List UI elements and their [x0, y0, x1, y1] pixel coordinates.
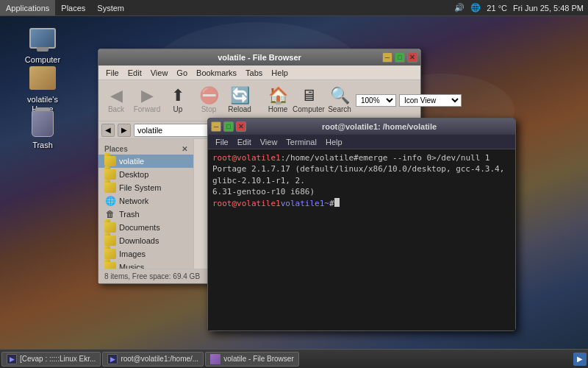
window-controls: ─ □ ✕: [382, 52, 417, 63]
taskbar-task-label-terminal: root@volatile1:/home/...: [121, 355, 198, 363]
location-forward-button[interactable]: ▶: [118, 124, 131, 137]
up-label: Up: [173, 105, 183, 113]
sidebar-item-downloads[interactable]: Downloads: [98, 234, 193, 247]
computer-button[interactable]: 🖥 Computer: [294, 86, 323, 115]
stop-icon: ⛔: [199, 88, 219, 104]
reload-label: Reload: [228, 105, 251, 113]
desktop-icon-home[interactable]: volatile's Home: [16, 63, 69, 114]
terminal-title: root@volatile1: /home/volatile: [322, 122, 437, 131]
taskbar-end-area: ▶: [572, 353, 587, 366]
network-icon[interactable]: 🌐: [470, 3, 481, 13]
sidebar-item-desktop[interactable]: Desktop: [98, 168, 193, 181]
taskbar-task-terminal[interactable]: ▶ root@volatile1:/home/...: [102, 352, 204, 367]
zoom-select[interactable]: 100%: [356, 94, 396, 107]
home-label: Home: [268, 105, 288, 113]
reload-button[interactable]: 🔄 Reload: [225, 86, 254, 115]
places-section-label: Places ✕: [98, 142, 193, 155]
up-button[interactable]: ⬆ Up: [163, 86, 193, 115]
file-browser-titlebar[interactable]: volatile - File Browser ─ □ ✕: [98, 49, 420, 66]
terminal-window: ─ □ ✕ root@volatile1: /home/volatile Fil…: [207, 118, 516, 331]
location-back-button[interactable]: ◀: [101, 124, 115, 137]
network-icon: 🌐: [104, 196, 116, 206]
temperature-display: 21 °C: [487, 4, 507, 13]
sidebar-item-label-volatile: volatile: [119, 157, 144, 166]
minimize-button[interactable]: ─: [382, 52, 392, 63]
filesystem-folder-icon: [104, 183, 116, 193]
terminal-titlebar[interactable]: ─ □ ✕ root@volatile1: /home/volatile: [208, 118, 515, 135]
back-label: Back: [108, 105, 124, 113]
sidebar-item-images[interactable]: Images: [98, 247, 193, 261]
trash-icon: [28, 109, 57, 138]
view-menu[interactable]: View: [146, 66, 173, 79]
terminal-maximize-button[interactable]: □: [223, 121, 234, 132]
search-button[interactable]: 🔍 Search: [325, 86, 354, 115]
toolbar-right: 100% Icon View: [356, 94, 462, 107]
volatile-folder-icon: [104, 156, 116, 166]
terminal-edit-menu[interactable]: Edit: [233, 135, 256, 149]
trash-icon-label: Trash: [16, 141, 69, 150]
sidebar-item-label-desktop: Desktop: [119, 170, 148, 179]
computer-icon: [28, 24, 57, 53]
sidebar-item-musics[interactable]: Musics: [98, 261, 193, 269]
terminal-close-button[interactable]: ✕: [236, 121, 246, 132]
tabs-menu[interactable]: Tabs: [241, 66, 267, 79]
taskbar-task-cevap[interactable]: ▶ [Cevap : :::::Linux Ekr...: [1, 352, 101, 367]
sidebar-item-network[interactable]: 🌐 Network: [98, 194, 193, 208]
sidebar: Places ✕ volatile Desktop File System 🌐 …: [98, 139, 194, 269]
back-button[interactable]: ◀ Back: [101, 86, 131, 115]
speaker-icon[interactable]: 🔊: [454, 3, 465, 13]
help-menu[interactable]: Help: [267, 66, 293, 79]
terminal-prompt-1: root@volatile1: [212, 152, 281, 163]
terminal-prompt-2: root@volatile1: [212, 198, 281, 209]
terminal-minimize-button[interactable]: ─: [211, 121, 221, 132]
documents-folder-icon: [104, 222, 116, 233]
terminal-content[interactable]: root@volatile1 :/home/volatile# emerge -…: [208, 149, 515, 330]
forward-button[interactable]: ▶ Forward: [132, 86, 162, 115]
sidebar-item-label-network: Network: [119, 197, 148, 205]
terminal-line-1: root@volatile1 :/home/volatile# emerge -…: [212, 152, 511, 163]
home-button[interactable]: 🏠 Home: [263, 86, 293, 115]
computer-toolbar-icon: 🖥: [301, 88, 317, 104]
terminal-file-menu[interactable]: File: [211, 135, 233, 149]
file-browser-menubar: File Edit View Go Bookmarks Tabs Help: [98, 66, 420, 80]
view-mode-select[interactable]: Icon View: [399, 94, 462, 107]
reload-icon: 🔄: [230, 88, 250, 104]
file-menu[interactable]: File: [101, 66, 123, 79]
desktop-icon-computer[interactable]: Computer: [16, 24, 69, 65]
sidebar-item-label-downloads: Downloads: [119, 236, 159, 245]
sidebar-item-trash[interactable]: 🗑 Trash: [98, 208, 193, 221]
stop-button[interactable]: ⛔ Stop: [194, 86, 223, 115]
forward-icon: ▶: [141, 88, 154, 104]
terminal-line-2: Portage 2.1.7.17 (default/linux/x86/10.0…: [212, 163, 511, 186]
taskbar-bottom: ▶ [Cevap : :::::Linux Ekr... ▶ root@vola…: [0, 349, 588, 368]
terminal-terminal-menu[interactable]: Terminal: [282, 135, 321, 149]
location-text: volatile: [137, 126, 162, 135]
go-menu[interactable]: Go: [172, 66, 192, 79]
taskbar-task-filebrowser[interactable]: volatile - File Browser: [205, 352, 299, 367]
edit-menu[interactable]: Edit: [123, 66, 146, 79]
home-icon: 🏠: [268, 88, 288, 104]
desktop-icon-trash[interactable]: Trash: [16, 109, 69, 150]
sidebar-item-label-images: Images: [119, 250, 146, 258]
sidebar-item-volatile[interactable]: volatile: [98, 155, 193, 168]
downloads-folder-icon: [104, 236, 116, 246]
sidebar-item-label-musics: Musics: [119, 263, 144, 269]
terminal-task-icon-2: ▶: [107, 354, 118, 364]
close-sidebar-icon[interactable]: ✕: [182, 145, 187, 153]
taskbar-end-icon[interactable]: ▶: [573, 353, 587, 366]
bookmarks-menu[interactable]: Bookmarks: [192, 66, 241, 79]
datetime-display: Fri Jun 25, 5:48 PM: [513, 4, 584, 13]
search-icon: 🔍: [330, 88, 350, 104]
sidebar-item-documents[interactable]: Documents: [98, 221, 193, 234]
close-button[interactable]: ✕: [407, 52, 417, 63]
places-menu[interactable]: Places: [55, 0, 91, 15]
sidebar-item-label-filesystem: File System: [119, 183, 161, 192]
terminal-view-menu[interactable]: View: [256, 135, 282, 149]
system-menu[interactable]: System: [91, 0, 130, 15]
terminal-cursor: [334, 198, 340, 207]
terminal-help-menu[interactable]: Help: [321, 135, 347, 149]
applications-menu[interactable]: Applications: [0, 0, 55, 15]
sidebar-item-filesystem[interactable]: File System: [98, 181, 193, 194]
sidebar-item-label-documents: Documents: [119, 223, 160, 232]
maximize-button[interactable]: □: [395, 52, 405, 63]
